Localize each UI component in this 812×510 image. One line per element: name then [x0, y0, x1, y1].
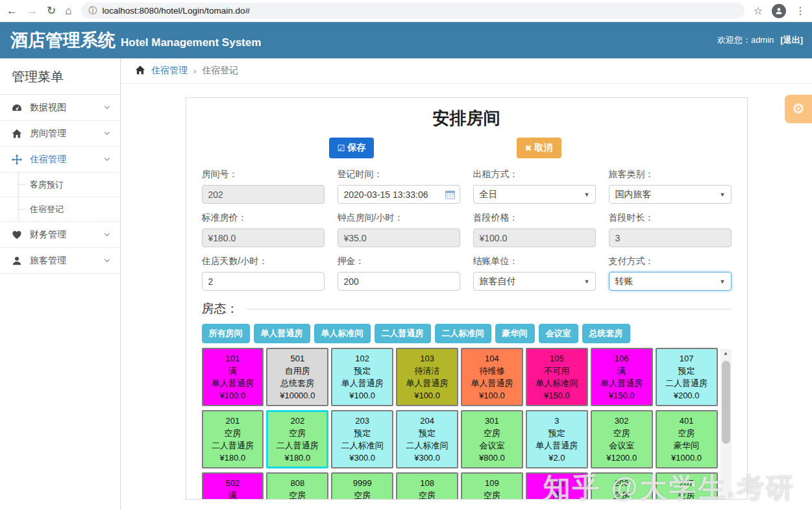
guest-type-select[interactable]: 国内旅客▼ — [609, 185, 732, 204]
breadcrumb-home-icon[interactable] — [135, 65, 145, 77]
dropdown-arrow-icon: ▼ — [720, 191, 726, 198]
browser-menu-icon[interactable]: ⋮ — [795, 5, 806, 17]
arrows-move-icon — [11, 154, 23, 165]
room-filter-单人标准间[interactable]: 单人标准间 — [314, 324, 371, 343]
bookmark-star-icon[interactable]: ☆ — [754, 5, 763, 17]
hourly-price-field-group: 钟点房间/小时： — [338, 212, 460, 247]
room-cell-106[interactable]: 106满单人普通房¥150.0 — [591, 348, 653, 406]
sidebar-item-住宿管理[interactable]: 住宿管理 — [0, 147, 120, 173]
checkin-time-input[interactable]: 2020-03-15 13:33:06 — [338, 185, 460, 204]
first-price-field-group: 首段价格： — [473, 212, 596, 247]
room-filter-bar: 所有房间单人普通房单人标准间二人普通房二人标准间豪华间会议室总统套房 — [202, 324, 732, 343]
room-number: 101 — [203, 352, 263, 365]
payment-method-label: 支付方式： — [609, 256, 732, 267]
room-type: 二人标准间 — [332, 439, 392, 452]
room-number: 204 — [397, 415, 457, 427]
address-bar[interactable]: ⓘ localhost:8080/hotel/Login/tomain.do# — [81, 3, 744, 19]
save-button[interactable]: ☑ 保存 — [329, 138, 375, 158]
room-number: 205 — [527, 477, 587, 489]
deposit-input[interactable] — [338, 272, 460, 291]
room-cell-502[interactable]: 502满总统套房¥8000.0 — [202, 472, 264, 500]
room-type: 会议室 — [592, 439, 652, 452]
payment-method-select[interactable]: 转账▼ — [609, 272, 732, 291]
room-cell-808[interactable]: 808空房单人普通房¥800000.0 — [266, 472, 328, 500]
scrollbar-thumb[interactable] — [722, 361, 730, 444]
cancel-button[interactable]: ✖ 取消 — [517, 138, 561, 158]
room-price: ¥100.0 — [203, 389, 263, 402]
scroll-up-icon[interactable]: ▲ — [723, 349, 728, 358]
room-cell-301[interactable]: 301空房会议室¥800.0 — [461, 410, 523, 468]
heart-icon — [11, 230, 23, 240]
billing-unit-select[interactable]: 旅客自付▼ — [473, 272, 596, 291]
room-cell-104[interactable]: 104待维修单人普通房¥100.0 — [461, 348, 523, 406]
logout-link[interactable]: [退出] — [780, 34, 803, 46]
room-number: 105 — [527, 352, 587, 365]
breadcrumb-section[interactable]: 住宿管理 — [151, 65, 188, 77]
room-filter-会议室[interactable]: 会议室 — [539, 324, 578, 343]
room-type: 总统套房 — [267, 377, 327, 389]
room-cell-202[interactable]: 202空房二人普通房¥180.0 — [266, 410, 328, 468]
room-cell-207[interactable]: 207空房二人标准间¥800.0 — [656, 472, 718, 500]
sidebar-item-旅客管理[interactable]: 旅客管理 — [0, 248, 120, 274]
sidebar-item-数据视图[interactable]: 数据视图 — [0, 95, 120, 121]
room-cell-108[interactable]: 108空房二人普通房¥200.0 — [396, 472, 458, 500]
room-cell-203[interactable]: 203预定二人标准间¥300.0 — [331, 410, 393, 468]
rent-mode-field-group: 出租方式：全日▼ — [473, 169, 596, 204]
room-type: 二人普通房 — [268, 439, 326, 452]
checkin-time-label: 登记时间： — [338, 169, 460, 180]
room-status: 满 — [203, 365, 263, 377]
settings-tab[interactable]: ⚙ — [785, 95, 812, 123]
sidebar-subitem-住宿登记[interactable]: 住宿登记 — [0, 197, 120, 222]
room-filter-所有房间[interactable]: 所有房间 — [202, 324, 250, 343]
room-cell-302[interactable]: 302空房会议室¥1200.0 — [591, 410, 653, 468]
stay-days-input[interactable] — [202, 272, 325, 291]
room-cell-201[interactable]: 201空房二人普通房¥180.0 — [202, 410, 264, 468]
breadcrumb-separator: › — [193, 66, 196, 76]
forward-icon[interactable]: → — [27, 5, 38, 16]
room-cell-206[interactable]: 206空房二人标准间¥600.0 — [591, 472, 653, 500]
sidebar-item-房间管理[interactable]: 房间管理 — [0, 121, 120, 147]
standard-price-label: 标准房价： — [202, 212, 325, 224]
profile-avatar-icon[interactable] — [772, 4, 786, 18]
room-type: 单人标准间 — [527, 377, 587, 389]
room-status: 空房 — [267, 489, 327, 500]
app-title-zh: 酒店管理系统 — [10, 29, 116, 52]
dropdown-arrow-icon: ▼ — [584, 278, 590, 285]
room-number: 109 — [462, 477, 522, 489]
room-number: 104 — [462, 352, 522, 365]
room-filter-豪华间[interactable]: 豪华间 — [495, 324, 535, 343]
first-duration-label: 首段时长： — [609, 212, 732, 224]
rent-mode-select[interactable]: 全日▼ — [473, 185, 596, 204]
room-cell-101[interactable]: 101满单人普通房¥100.0 — [202, 348, 264, 406]
sidebar-subitem-客房预订[interactable]: 客房预订 — [0, 173, 120, 197]
room-cell-204[interactable]: 204预定二人标准间¥300.0 — [396, 410, 458, 468]
deposit-label: 押金： — [338, 256, 460, 267]
room-cell-9999[interactable]: 9999空房单人普通房¥999.0 — [331, 472, 393, 500]
home-nav-icon[interactable]: ⌂ — [65, 5, 71, 16]
room-cell-105[interactable]: 105不可用单人标准间¥150.0 — [526, 348, 588, 406]
room-price: ¥150.0 — [592, 389, 652, 402]
room-cell-3[interactable]: 3预定单人普通房¥2.0 — [526, 410, 588, 468]
sidebar-item-财务管理[interactable]: 财务管理 — [0, 222, 120, 248]
room-cell-102[interactable]: 102预定单人普通房¥100.0 — [331, 348, 393, 406]
room-filter-二人标准间[interactable]: 二人标准间 — [435, 324, 491, 343]
page-info-icon[interactable]: ⓘ — [89, 5, 97, 17]
room-cell-103[interactable]: 103待清洁单人普通房¥100.0 — [396, 348, 458, 406]
rooms-scrollbar[interactable]: ▲ ▼ — [720, 349, 732, 500]
back-icon[interactable]: ← — [6, 5, 18, 16]
room-filter-二人普通房[interactable]: 二人普通房 — [375, 324, 431, 343]
room-cell-205[interactable]: 205满二人标准间¥600.0 — [526, 472, 588, 500]
app-brand: 酒店管理系统 Hotel Management System — [10, 29, 261, 52]
reload-icon[interactable]: ↻ — [47, 5, 56, 16]
standard-price-field-group: 标准房价： — [202, 212, 325, 247]
room-cell-109[interactable]: 109空房单人普通房¥200.0 — [461, 472, 523, 500]
room-filter-总统套房[interactable]: 总统套房 — [582, 324, 630, 343]
room-cell-401[interactable]: 401空房豪华间¥1000.0 — [656, 410, 718, 468]
room-cell-501[interactable]: 501自用房总统套房¥10000.0 — [266, 348, 328, 406]
room-filter-单人普通房[interactable]: 单人普通房 — [254, 324, 310, 343]
room-price: ¥1200.0 — [592, 452, 652, 464]
room-cell-107[interactable]: 107预定二人普通房¥200.0 — [656, 348, 718, 406]
calendar-icon[interactable] — [445, 190, 455, 199]
first-price-input — [473, 228, 596, 247]
deposit-field-group: 押金： — [338, 256, 460, 291]
